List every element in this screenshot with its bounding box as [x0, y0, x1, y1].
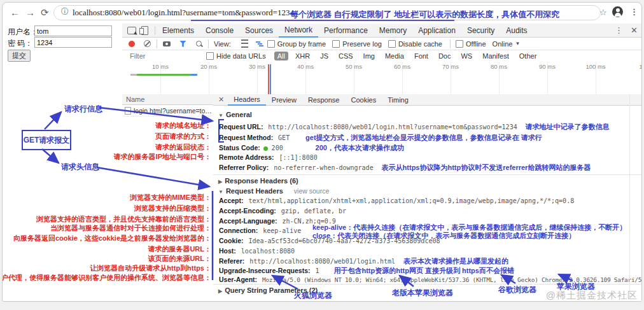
reload-icon[interactable]: ⟳ [41, 7, 49, 18]
devtools-close-icon[interactable]: ✕ [627, 25, 641, 35]
filter-chip-ws[interactable]: WS [458, 52, 475, 60]
clear-icon[interactable] [144, 40, 151, 47]
timeline-tick: 90 ms [522, 63, 573, 70]
search-icon[interactable] [196, 41, 202, 46]
request-headers-section-header[interactable]: ▼Request Headers view source [218, 187, 329, 195]
password-input[interactable] [34, 37, 112, 48]
red-note-encoding: 浏览器支持的压缩类型： [134, 204, 211, 213]
devtools-menu-icon[interactable]: ⋮ [611, 25, 627, 35]
red-note-remote: 请求的服务器IP地址与端口号： [114, 152, 211, 162]
general-section-header[interactable]: ▼General [218, 111, 252, 118]
watermark: @稀土掘金技术社区 [546, 290, 638, 302]
tab-security[interactable]: Security [461, 24, 500, 37]
filter-input[interactable] [129, 52, 206, 60]
hide-data-urls-checkbox[interactable]: Hide data URLs [206, 52, 266, 60]
header-row-request-url: Request URL: http://localhost:8080/web01… [219, 122, 610, 132]
close-request-icon[interactable]: ✕ [213, 95, 228, 104]
large-rows-icon[interactable] [241, 39, 248, 48]
annotation-note: 200，代表本次请求操作成功 [316, 144, 404, 151]
filter-chip-all[interactable]: All [274, 52, 288, 60]
tab-cookies[interactable]: Cookies [345, 94, 382, 105]
timeline-tick: 20 ms [183, 63, 234, 70]
tab-headers[interactable]: Headers [228, 94, 266, 106]
tab-performance[interactable]: Performance [318, 24, 374, 37]
request-row[interactable]: login.html?username=tom&pa... [122, 105, 213, 116]
filter-chip-manifest[interactable]: Manifest [479, 52, 512, 60]
filter-chip-media[interactable]: Media [382, 52, 407, 60]
devtools-tabbar: Elements Console Sources Network Perform… [122, 24, 641, 38]
browser-menu-icon[interactable]: ⋮ [630, 7, 638, 17]
triangle-down-icon: ▼ [218, 189, 223, 195]
section-divider [213, 174, 641, 175]
panel-scrollbar[interactable] [629, 94, 630, 299]
header-name: Accept: [219, 197, 244, 204]
tab-sources[interactable]: Sources [239, 24, 279, 37]
header-row-host: Host: localhost:8080 [219, 247, 295, 255]
name-column-header[interactable]: Name [122, 94, 213, 105]
tab-application[interactable]: Application [412, 24, 461, 37]
chevron-down-icon: ▼ [515, 41, 520, 46]
record-icon[interactable] [129, 41, 135, 47]
triangle-right-icon: ▶ [218, 179, 222, 185]
tab-network[interactable]: Network [279, 23, 318, 38]
ua-firefox-annotation: 火狐浏览器 [294, 290, 332, 301]
filter-chip-other[interactable]: Other [516, 52, 540, 60]
overview-bar-load [191, 74, 197, 76]
header-row-connection: Connection: keep-alive [219, 227, 301, 234]
timeline-overview[interactable]: 10 ms 20 ms 30 ms 40 ms 50 ms 60 ms 70 m… [122, 62, 641, 95]
request-head-annotation: 请求头信息 [61, 162, 99, 173]
red-note-method: 页面请求的方式： [155, 132, 211, 141]
submit-button[interactable]: 提交 [8, 50, 31, 62]
view-source-link[interactable]: view source [294, 187, 329, 195]
inspect-element-icon[interactable] [127, 27, 136, 34]
filter-chip-xhr[interactable]: XHR [292, 52, 313, 60]
filter-chip-js[interactable]: JS [317, 52, 332, 60]
password-label: 密 码： [8, 38, 32, 49]
header-name: Host: [219, 247, 236, 255]
username-input[interactable] [34, 25, 112, 36]
tab-audits[interactable]: Audits [500, 24, 533, 37]
bookmark-star-icon[interactable]: ☆ [599, 8, 607, 17]
header-row-accept-encoding: Accept-Encoding: gzip, deflate, br [219, 207, 346, 215]
forward-icon[interactable]: → [25, 7, 35, 18]
filter-chip-doc[interactable]: Doc [435, 52, 454, 60]
tab-response[interactable]: Response [302, 94, 346, 105]
request-line-annotation: 请求行信息 [64, 104, 102, 115]
waterfall-icon[interactable] [256, 41, 263, 47]
preserve-log-checkbox[interactable]: Preserve log [332, 40, 382, 48]
username-label: 用户名： [8, 27, 38, 38]
filter-chip-font[interactable]: Font [411, 52, 431, 60]
dom-content-loaded-marker [268, 64, 269, 94]
header-row-remote-address: Remote Address: [::1]:8080 [219, 153, 318, 161]
tab-timing[interactable]: Timing [382, 94, 414, 105]
disable-cache-checkbox[interactable]: Disable cache [388, 40, 442, 48]
header-name: Accept-Encoding: [219, 207, 276, 215]
url-annotation: 每个浏览器 自行规定限制了 地址栏可以表示的数据长度，具体值不用深究 [290, 9, 559, 20]
tab-elements[interactable]: Elements [157, 24, 200, 37]
profile-avatar[interactable] [612, 6, 623, 17]
screenshot-capture-icon[interactable] [163, 41, 171, 46]
filter-chip-css[interactable]: CSS [335, 52, 356, 60]
url-text[interactable]: localhost:8080/web01/login.html?username… [73, 8, 298, 18]
timeline-tick: 70 ms [425, 63, 476, 70]
header-name: Upgrade-Insecure-Requests: [219, 267, 311, 274]
filter-chip-img[interactable]: Img [360, 52, 378, 60]
site-info-icon[interactable]: ⓘ [61, 8, 69, 15]
tab-memory[interactable]: Memory [374, 24, 412, 37]
red-note-accept: 浏览器支持的MIME类型： [130, 193, 211, 202]
filter-funnel-icon[interactable] [179, 41, 186, 47]
header-value: 200 [272, 144, 283, 151]
tab-console[interactable]: Console [200, 24, 239, 37]
response-headers-section-header[interactable]: ▶Response Headers (6) [218, 177, 298, 185]
tab-preview[interactable]: Preview [266, 94, 302, 105]
offline-checkbox[interactable]: Offline [456, 40, 486, 48]
red-note-referer: 该页面的来源URL： [148, 254, 211, 264]
overview-bar-content [137, 74, 191, 76]
timeline-tick: 50 ms [328, 63, 379, 70]
throttling-select[interactable]: Online▼ [493, 40, 521, 48]
back-icon[interactable]: ← [10, 7, 20, 18]
header-value: localhost:8080 [241, 248, 295, 255]
group-by-frame-checkbox[interactable]: Group by frame [267, 40, 326, 48]
device-toolbar-icon[interactable] [141, 26, 148, 35]
header-row-referer: Referer: http://localhost:8080/web01/log… [219, 257, 508, 266]
